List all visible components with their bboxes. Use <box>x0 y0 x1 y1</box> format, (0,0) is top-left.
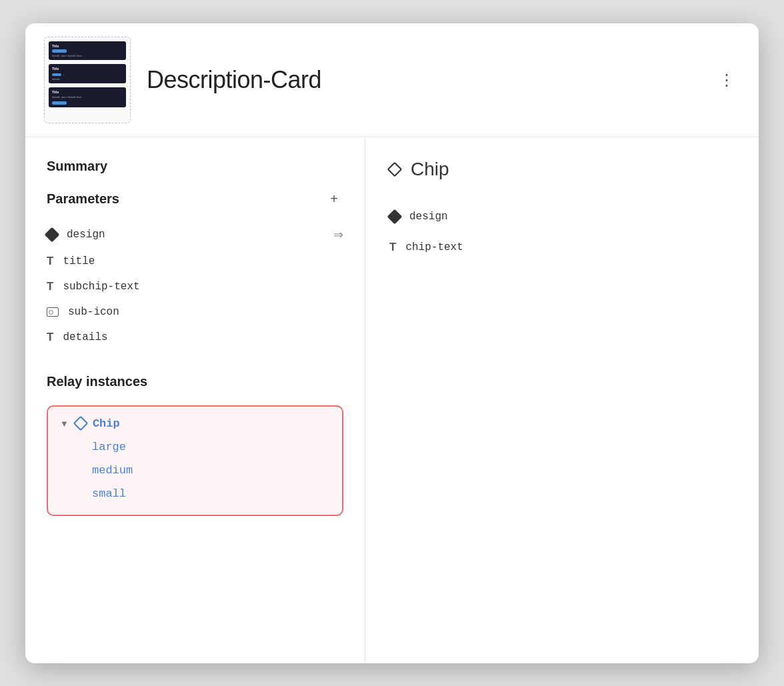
header: Title details, more details here Title □… <box>25 23 759 137</box>
relay-chip-header[interactable]: ▼ Chip <box>60 417 330 430</box>
relay-instances-heading: Relay instances <box>47 374 343 389</box>
chevron-down-icon: ▼ <box>60 419 69 429</box>
right-param-label-design: design <box>409 211 448 223</box>
param-item-subchip-text[interactable]: T subchip-text <box>47 274 343 299</box>
text-icon-details: T <box>47 331 53 343</box>
right-param-list: design T chip-text <box>389 201 735 263</box>
relay-sub-items: large medium small <box>60 437 330 504</box>
text-icon-subchip: T <box>47 281 53 292</box>
right-panel: Chip design T chip-text <box>365 137 759 663</box>
param-item-design[interactable]: design ⇒ <box>47 221 343 249</box>
summary-heading: Summary <box>47 159 343 174</box>
param-arrow-design[interactable]: ⇒ <box>333 227 343 242</box>
right-panel-title-label: Chip <box>411 159 449 180</box>
relay-sub-item-large[interactable]: large <box>92 437 330 457</box>
relay-chip-label: Chip <box>93 417 120 430</box>
right-param-chip-text[interactable]: T chip-text <box>389 232 735 263</box>
parameter-list: design ⇒ T title T subchip-text sub-i <box>47 221 343 350</box>
add-parameter-button[interactable]: + <box>325 190 343 209</box>
diamond-filled-icon <box>45 227 60 242</box>
component-thumbnail: Title details, more details here Title □… <box>44 37 131 123</box>
more-options-button[interactable]: ⋮ <box>713 69 740 91</box>
param-label-sub-icon: sub-icon <box>68 306 119 318</box>
param-item-sub-icon[interactable]: sub-icon <box>47 299 343 325</box>
right-text-icon-chip-text: T <box>389 241 396 253</box>
param-label-details: details <box>63 331 107 343</box>
param-item-details[interactable]: T details <box>47 325 343 350</box>
main-content: Summary Parameters + design ⇒ T title <box>25 137 759 663</box>
parameters-header: Parameters + <box>47 190 343 209</box>
text-icon-title: T <box>47 255 53 267</box>
relay-sub-item-small[interactable]: small <box>92 483 330 504</box>
right-param-design[interactable]: design <box>389 201 735 232</box>
diamond-outline-icon <box>387 161 403 177</box>
parameters-heading: Parameters <box>47 191 119 207</box>
right-panel-title: Chip <box>389 159 735 180</box>
relay-box: ▼ Chip large medium small <box>47 405 343 516</box>
relay-sub-item-medium[interactable]: medium <box>92 460 330 481</box>
param-label-design: design <box>67 229 105 241</box>
image-icon-sub-icon <box>47 307 59 317</box>
param-label-subchip-text: subchip-text <box>63 281 139 293</box>
param-item-title[interactable]: T title <box>47 249 343 274</box>
right-param-label-chip-text: chip-text <box>405 241 463 253</box>
main-window: Title details, more details here Title □… <box>25 23 759 663</box>
left-panel: Summary Parameters + design ⇒ T title <box>25 137 365 663</box>
right-diamond-icon-design <box>387 209 403 224</box>
relay-instances-section: Relay instances ▼ Chip large medium smal… <box>47 374 343 516</box>
param-label-title: title <box>63 255 95 267</box>
diamond-outline-blue-icon <box>73 416 89 431</box>
page-title: Description-Card <box>147 66 697 94</box>
